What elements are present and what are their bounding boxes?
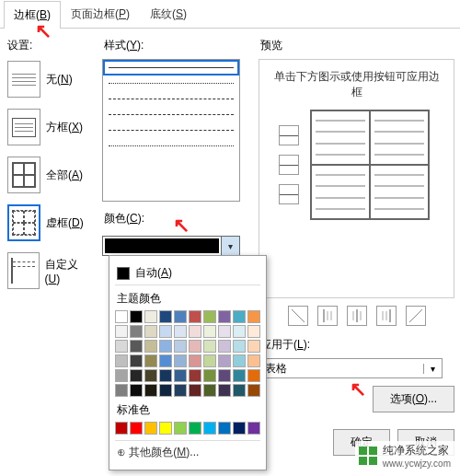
style-item-dashed-fine[interactable]: [103, 91, 239, 107]
setting-all[interactable]: 全部(A): [6, 155, 93, 195]
color-swatch[interactable]: [218, 340, 231, 353]
color-swatch[interactable]: [233, 384, 246, 397]
color-swatch[interactable]: [203, 325, 216, 338]
style-item-dotted[interactable]: [103, 75, 239, 91]
color-swatch[interactable]: [174, 384, 187, 397]
color-swatch[interactable]: [218, 422, 231, 435]
color-swatch[interactable]: [130, 369, 143, 382]
color-swatch[interactable]: [159, 310, 172, 323]
tab-shading[interactable]: 底纹(S): [140, 0, 197, 28]
color-swatch[interactable]: [247, 384, 260, 397]
color-swatch[interactable]: [189, 369, 201, 382]
color-swatch[interactable]: [233, 354, 246, 367]
border-left-button[interactable]: [317, 306, 338, 326]
tab-border[interactable]: 边框(B): [4, 1, 61, 29]
color-swatch[interactable]: [174, 310, 187, 323]
color-swatch[interactable]: [130, 340, 143, 353]
color-swatch[interactable]: [174, 325, 187, 338]
color-swatch[interactable]: [130, 325, 143, 338]
apply-to-dropdown-button[interactable]: ▾: [423, 364, 442, 374]
color-swatch[interactable]: [144, 354, 157, 367]
style-item-dashed[interactable]: [103, 107, 239, 122]
style-item-solid[interactable]: [103, 60, 239, 75]
setting-box[interactable]: 方框(X): [6, 107, 93, 147]
color-swatch[interactable]: [144, 310, 157, 323]
color-swatch[interactable]: [115, 310, 128, 323]
color-swatch[interactable]: [174, 340, 187, 353]
color-swatch[interactable]: [159, 384, 172, 397]
border-vcenter-button[interactable]: [347, 306, 367, 326]
color-swatch[interactable]: [203, 354, 216, 367]
color-swatch[interactable]: [144, 340, 157, 353]
color-swatch[interactable]: [233, 310, 246, 323]
color-swatch[interactable]: [218, 369, 231, 382]
tab-page-border[interactable]: 页面边框(P): [61, 0, 140, 28]
color-swatch[interactable]: [189, 325, 201, 338]
color-swatch[interactable]: [189, 340, 201, 353]
color-swatch[interactable]: [144, 422, 157, 435]
setting-custom[interactable]: 自定义(U): [6, 250, 93, 291]
color-swatch[interactable]: [247, 310, 260, 323]
color-swatch[interactable]: [203, 422, 216, 435]
color-swatch[interactable]: [159, 325, 172, 338]
color-swatch[interactable]: [218, 384, 231, 397]
color-swatch[interactable]: [189, 310, 201, 323]
style-item-dash-dot[interactable]: [103, 122, 239, 138]
color-swatch[interactable]: [130, 422, 143, 435]
border-diag-down-button[interactable]: [288, 306, 308, 326]
color-swatch[interactable]: [174, 354, 187, 367]
apply-to-combo[interactable]: 表格 ▾: [259, 358, 443, 378]
color-swatch[interactable]: [247, 340, 260, 353]
color-swatch[interactable]: [159, 354, 172, 367]
border-bottom-button[interactable]: [279, 184, 299, 204]
color-swatch[interactable]: [203, 310, 216, 323]
color-swatch[interactable]: [144, 384, 157, 397]
color-swatch[interactable]: [218, 310, 231, 323]
border-right-button[interactable]: [376, 306, 397, 326]
color-swatch[interactable]: [247, 369, 260, 382]
color-swatch[interactable]: [130, 354, 143, 367]
color-swatch[interactable]: [189, 354, 201, 367]
color-swatch[interactable]: [218, 354, 231, 367]
color-swatch[interactable]: [115, 325, 128, 338]
color-swatch[interactable]: [159, 340, 172, 353]
color-swatch[interactable]: [233, 369, 246, 382]
setting-grid[interactable]: 虚框(D): [6, 203, 93, 243]
border-hcenter-button[interactable]: [279, 155, 299, 175]
color-swatch[interactable]: [115, 384, 128, 397]
options-button[interactable]: 选项(O)...: [373, 386, 454, 412]
color-dropdown-button[interactable]: ▾: [221, 237, 239, 255]
color-swatch[interactable]: [189, 384, 201, 397]
color-swatch[interactable]: [174, 369, 187, 382]
color-swatch[interactable]: [115, 422, 128, 435]
color-swatch[interactable]: [130, 310, 143, 323]
color-combo[interactable]: ▾: [102, 236, 240, 256]
color-swatch[interactable]: [233, 340, 246, 353]
border-top-button[interactable]: [279, 125, 299, 145]
color-swatch[interactable]: [203, 369, 216, 382]
color-swatch[interactable]: [233, 325, 246, 338]
color-swatch[interactable]: [159, 422, 172, 435]
style-listbox[interactable]: [102, 59, 240, 202]
color-swatch[interactable]: [247, 422, 260, 435]
color-swatch[interactable]: [233, 422, 246, 435]
preview-table[interactable]: [310, 110, 430, 220]
color-swatch[interactable]: [144, 369, 157, 382]
color-swatch[interactable]: [189, 422, 201, 435]
color-swatch[interactable]: [115, 354, 128, 367]
color-swatch[interactable]: [218, 325, 231, 338]
color-swatch[interactable]: [130, 384, 143, 397]
color-swatch[interactable]: [115, 369, 128, 382]
color-swatch[interactable]: [247, 325, 260, 338]
color-swatch[interactable]: [174, 422, 187, 435]
color-swatch[interactable]: [203, 340, 216, 353]
more-colors-item[interactable]: ⊕ 其他颜色(M)...: [115, 440, 260, 464]
border-diag-up-button[interactable]: [406, 306, 426, 326]
color-swatch[interactable]: [203, 384, 216, 397]
color-auto-item[interactable]: 自动(A): [115, 261, 260, 285]
setting-none[interactable]: 无(N): [6, 59, 93, 99]
color-swatch[interactable]: [144, 325, 157, 338]
color-swatch[interactable]: [159, 369, 172, 382]
style-item-dash-dot-dot[interactable]: [103, 138, 239, 154]
color-swatch[interactable]: [115, 340, 128, 353]
